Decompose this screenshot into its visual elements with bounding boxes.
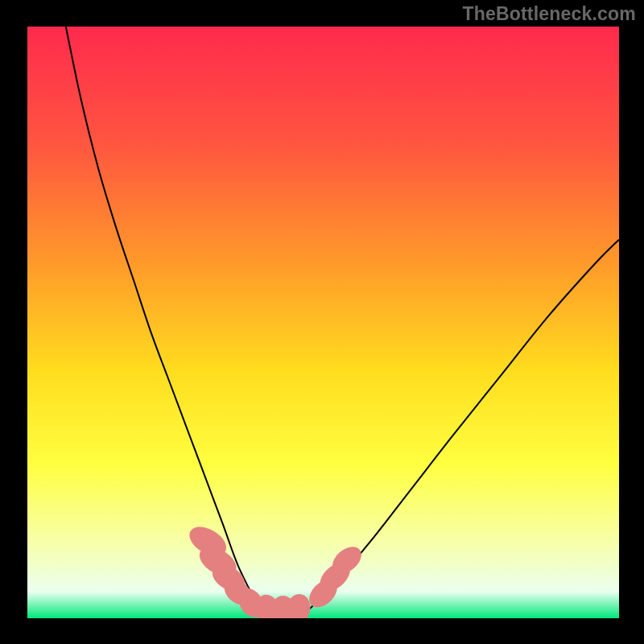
bottleneck-chart xyxy=(0,0,644,644)
chart-frame: { "watermark": "TheBottleneck.com", "cha… xyxy=(0,0,644,644)
watermark-text: TheBottleneck.com xyxy=(462,3,636,25)
gradient-background xyxy=(27,27,619,618)
